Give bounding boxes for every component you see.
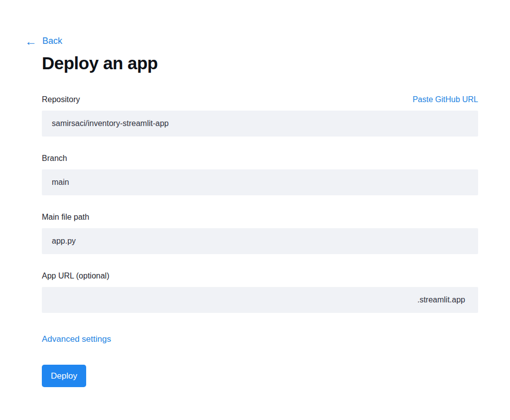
app-url-field[interactable]: .streamlit.app (42, 287, 478, 313)
back-arrow-icon[interactable]: ← (25, 36, 37, 46)
app-url-label: App URL (optional) (42, 272, 109, 280)
app-url-group: App URL (optional) .streamlit.app (42, 272, 478, 313)
repository-group: Repository Paste GitHub URL samirsaci/in… (42, 95, 478, 137)
page-title: Deploy an app (42, 53, 478, 73)
main-file-path-value: app.py (52, 237, 76, 246)
repository-input[interactable]: samirsaci/inventory-streamlit-app (42, 111, 478, 137)
repository-value: samirsaci/inventory-streamlit-app (52, 119, 169, 128)
app-url-input[interactable] (52, 295, 417, 304)
app-url-suffix: .streamlit.app (417, 295, 465, 304)
deploy-app-page: ← Back Deploy an app Repository Paste Gi… (42, 0, 478, 387)
app-url-label-row: App URL (optional) (42, 272, 478, 280)
main-file-path-label-row: Main file path (42, 213, 478, 222)
advanced-settings-link[interactable]: Advanced settings (42, 334, 111, 344)
repository-label-row: Repository Paste GitHub URL (42, 95, 478, 104)
back-link[interactable]: Back (42, 36, 62, 46)
branch-value: main (52, 178, 69, 187)
repository-label: Repository (42, 95, 80, 104)
deploy-button[interactable]: Deploy (42, 365, 86, 387)
branch-label-row: Branch (42, 154, 478, 163)
branch-label: Branch (42, 154, 67, 163)
back-navigation[interactable]: ← Back (25, 36, 478, 46)
main-file-path-input[interactable]: app.py (42, 228, 478, 254)
main-file-path-label: Main file path (42, 213, 89, 222)
main-file-path-group: Main file path app.py (42, 213, 478, 254)
branch-input[interactable]: main (42, 169, 478, 195)
paste-github-url-link[interactable]: Paste GitHub URL (412, 95, 478, 104)
branch-group: Branch main (42, 154, 478, 195)
